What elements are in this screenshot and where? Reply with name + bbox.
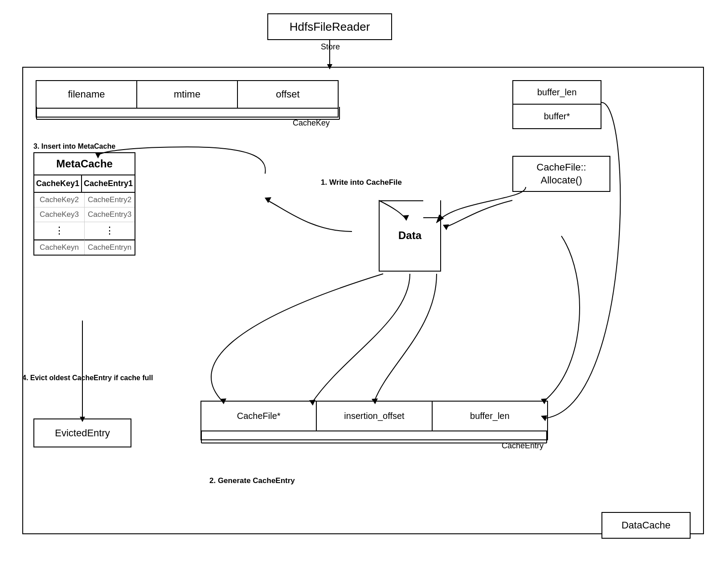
hdfs-filereader-box: HdfsFileReader (267, 13, 392, 40)
metacache-title: MetaCache (34, 153, 135, 175)
cachekey3: CacheKey3 (34, 207, 85, 222)
offset-field: offset (238, 81, 338, 108)
cacheentryn: CacheEntryn (85, 240, 135, 255)
mtime-field: mtime (137, 81, 238, 108)
cache-key-bracket (36, 109, 339, 118)
store-label: Store (321, 42, 340, 52)
cache-entry-container: CacheFile* insertion_offset buffer_len C… (200, 401, 548, 451)
buffer-len-box: buffer_len (512, 80, 601, 105)
datacache-box: DataCache (601, 512, 691, 539)
metacache-row-3: CacheKey3 CacheEntry3 (34, 207, 135, 222)
cache-entry-label: CacheEntry (200, 441, 548, 451)
filename-field: filename (37, 81, 137, 108)
cachekey2: CacheKey2 (34, 193, 85, 207)
hdfs-label: HdfsFileReader (290, 20, 370, 34)
buffer-ptr-box: buffer* (512, 105, 601, 129)
metacache-last-row: CacheKeyn CacheEntryn (34, 240, 135, 255)
cache-key-label: CacheKey (36, 118, 339, 128)
generate-label: 2. Generate CacheEntry (209, 476, 295, 485)
data-file-fold (423, 200, 441, 218)
cache-key-fields: filename mtime offset (36, 80, 339, 109)
cacheentry3: CacheEntry3 (85, 207, 135, 222)
dots-col1: ⋮ (34, 222, 85, 239)
col2-header: CacheEntry1 (82, 175, 135, 192)
metacache-wrapper: 3. Insert into MetaCache MetaCache Cache… (33, 142, 135, 256)
main-rectangle (22, 67, 704, 534)
cachekeyn: CacheKeyn (34, 240, 85, 255)
metacache-header-row: CacheKey1 CacheEntry1 (34, 175, 135, 193)
insert-meta-label: 3. Insert into MetaCache (33, 142, 135, 150)
ce-buffer-len: buffer_len (433, 402, 547, 431)
evict-label: 4. Evict oldest CacheEntry if cache full (22, 374, 153, 382)
cacheentry2: CacheEntry2 (85, 193, 135, 207)
cachefile-allocate-box: CacheFile::Allocate() (512, 156, 610, 192)
write-into-label: 1. Write into CacheFile (321, 178, 402, 187)
insertion-offset: insertion_offset (317, 402, 432, 431)
dots-col2: ⋮ (85, 222, 135, 239)
cache-entry-bracket (200, 431, 548, 440)
cache-key-container: filename mtime offset CacheKey (36, 80, 339, 128)
diagram-container: HdfsFileReader Store filename mtime offs… (9, 9, 717, 574)
buffer-container: buffer_len buffer* (512, 80, 601, 129)
metacache-dots: ⋮ ⋮ (34, 222, 135, 240)
col1-header: CacheKey1 (34, 175, 82, 192)
cachefile-ptr: CacheFile* (201, 402, 317, 431)
evicted-label: EvictedEntry (55, 427, 110, 439)
evicted-entry-box: EvictedEntry (33, 418, 131, 447)
cache-entry-fields: CacheFile* insertion_offset buffer_len (200, 401, 548, 431)
datacache-label: DataCache (622, 520, 671, 531)
metacache-box: MetaCache CacheKey1 CacheEntry1 CacheKey… (33, 152, 135, 256)
cachefile-alloc-label: CacheFile::Allocate() (536, 162, 586, 186)
metacache-row-2: CacheKey2 CacheEntry2 (34, 193, 135, 207)
data-file-label: Data (379, 229, 441, 242)
data-file-icon: Data (379, 200, 441, 272)
